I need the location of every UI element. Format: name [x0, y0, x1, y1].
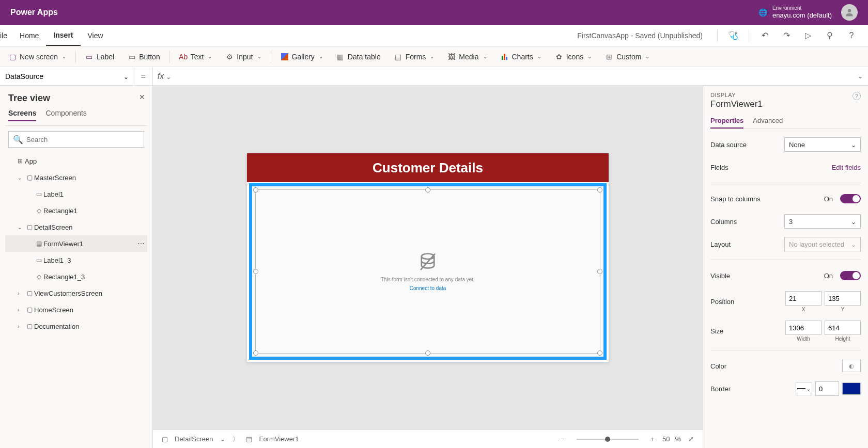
form-viewer-selection[interactable]: This form isn't connected to any data ye…: [249, 183, 607, 360]
close-icon[interactable]: ✕: [139, 93, 145, 101]
charts-button[interactable]: Charts⌄: [495, 50, 547, 64]
property-selector[interactable]: DataSource: [0, 67, 134, 85]
input-button[interactable]: ⚙Input⌄: [220, 50, 266, 64]
screen-icon: ▢: [160, 435, 169, 443]
globe-icon[interactable]: 🌐: [758, 8, 767, 17]
props-category: DISPLAY: [710, 92, 763, 98]
visible-toggle[interactable]: [840, 271, 861, 280]
menu-file[interactable]: ile: [0, 25, 12, 46]
tree-item-homescreen[interactable]: ›▢HomeScreen: [5, 301, 147, 318]
connect-to-data-link[interactable]: Connect to data: [410, 285, 446, 291]
tab-advanced[interactable]: Advanced: [753, 117, 783, 129]
button-button[interactable]: ▭Button: [122, 50, 165, 64]
search-icon: 🔍: [13, 135, 23, 145]
border-width-input[interactable]: [815, 381, 839, 396]
formula-input[interactable]: [176, 67, 853, 85]
fit-screen-icon[interactable]: ⤢: [686, 435, 695, 443]
tree-item-viewcustomersscreen[interactable]: ›▢ViewCustomersScreen: [5, 285, 147, 301]
breadcrumb-screen[interactable]: DetailScreen: [175, 435, 213, 443]
resize-handle[interactable]: [597, 350, 602, 356]
zoom-out-icon[interactable]: −: [558, 435, 567, 443]
tree-search-input[interactable]: [26, 136, 140, 143]
help-icon[interactable]: ?: [845, 31, 858, 40]
zoom-slider[interactable]: [577, 439, 639, 440]
tree-item-label1-3[interactable]: ▭Label1_3: [5, 252, 147, 268]
data-table-button[interactable]: ▦Data table: [331, 50, 386, 64]
position-y-input[interactable]: [825, 291, 861, 306]
zoom-in-icon[interactable]: +: [648, 435, 657, 443]
icons-button[interactable]: ✿Icons⌄: [550, 50, 597, 64]
chevron-down-icon: [123, 72, 129, 81]
tree-item-documentation[interactable]: ›▢Documentation: [5, 318, 147, 334]
border-style-select[interactable]: ⌄: [796, 382, 812, 395]
snap-toggle-state: On: [824, 195, 833, 203]
tree-view-panel: Tree view ✕ Screens Components 🔍 ⊞App ⌄▢…: [0, 86, 153, 448]
prop-size-label: Size: [710, 327, 723, 335]
edit-fields-link[interactable]: Edit fields: [832, 164, 861, 171]
breadcrumb-element[interactable]: FormViewer1: [259, 435, 299, 443]
user-avatar[interactable]: [841, 4, 858, 21]
resize-handle[interactable]: [597, 269, 602, 274]
resize-handle[interactable]: [597, 187, 602, 193]
resize-handle[interactable]: [253, 187, 258, 193]
formula-expand-icon[interactable]: [853, 73, 868, 80]
fx-label[interactable]: fx: [153, 67, 176, 85]
screen-preview[interactable]: Customer Details This form isn't connect…: [247, 153, 609, 362]
tree-item-app[interactable]: ⊞App: [5, 153, 147, 169]
props-element-name: FormViewer1: [710, 99, 763, 109]
gallery-button[interactable]: Gallery⌄: [275, 50, 328, 64]
tree-item-rectangle1-3[interactable]: ◇Rectangle1_3: [5, 268, 147, 285]
screen-title-bar: Customer Details: [247, 153, 609, 182]
form-icon: ▤: [244, 435, 254, 443]
custom-button[interactable]: ⊞Custom⌄: [600, 50, 655, 64]
play-icon[interactable]: ▷: [802, 30, 814, 40]
size-width-input[interactable]: [785, 321, 822, 335]
resize-handle[interactable]: [253, 350, 258, 356]
tree-item-detailscreen[interactable]: ⌄▢DetailScreen: [5, 219, 147, 235]
tree-item-formviewer1[interactable]: ▤FormViewer1⋯: [5, 235, 147, 252]
media-button[interactable]: 🖼Media⌄: [442, 50, 492, 64]
environment-picker[interactable]: Environment enayu.com (default): [772, 5, 832, 20]
new-screen-button[interactable]: ▢New screen⌄: [3, 50, 71, 64]
menu-insert[interactable]: Insert: [46, 25, 80, 46]
menu-view[interactable]: View: [81, 25, 111, 46]
prop-snap-label: Snap to columns: [710, 195, 761, 203]
chevron-down-icon: [851, 141, 856, 149]
prop-color-label: Color: [710, 362, 726, 370]
columns-select[interactable]: 3: [784, 214, 861, 229]
size-height-input[interactable]: [825, 321, 861, 335]
text-button[interactable]: AbText⌄: [174, 50, 218, 64]
environment-label: Environment: [772, 5, 832, 11]
prop-border-label: Border: [710, 385, 731, 393]
chevron-down-icon[interactable]: [218, 435, 227, 443]
props-help-icon[interactable]: ?: [853, 92, 861, 100]
border-color-picker[interactable]: [842, 382, 861, 395]
undo-icon[interactable]: ↶: [758, 30, 771, 40]
resize-handle[interactable]: [253, 269, 258, 274]
form-empty-message: This form isn't connected to any data ye…: [381, 277, 475, 282]
tab-components[interactable]: Components: [45, 109, 86, 121]
menu-bar: ile Home Insert View FirstCanvasApp - Sa…: [0, 25, 868, 46]
tree-item-label1[interactable]: ▭Label1: [5, 186, 147, 202]
share-icon[interactable]: ⚲: [824, 30, 836, 40]
tab-properties[interactable]: Properties: [710, 117, 743, 129]
tab-screens[interactable]: Screens: [8, 109, 36, 121]
canvas-stage[interactable]: Customer Details This form isn't connect…: [153, 86, 703, 429]
snap-toggle[interactable]: [840, 194, 861, 203]
tree-item-masterscreen[interactable]: ⌄▢MasterScreen: [5, 169, 147, 186]
color-picker[interactable]: ◐: [842, 360, 861, 372]
prop-layout-label: Layout: [710, 241, 731, 248]
resize-handle[interactable]: [425, 187, 430, 193]
label-button[interactable]: ▭Label: [80, 50, 119, 64]
data-source-select[interactable]: None: [784, 137, 861, 152]
app-brand: Power Apps: [10, 8, 58, 17]
forms-button[interactable]: ▤Forms⌄: [389, 50, 440, 64]
layout-select[interactable]: No layout selected: [784, 237, 861, 251]
redo-icon[interactable]: ↷: [780, 30, 793, 40]
resize-handle[interactable]: [425, 350, 430, 356]
menu-home[interactable]: Home: [12, 25, 46, 46]
position-x-input[interactable]: [785, 291, 822, 306]
tree-search[interactable]: 🔍: [8, 131, 144, 148]
tree-item-rectangle1[interactable]: ◇Rectangle1: [5, 202, 147, 219]
app-checker-icon[interactable]: 🩺: [727, 30, 739, 40]
